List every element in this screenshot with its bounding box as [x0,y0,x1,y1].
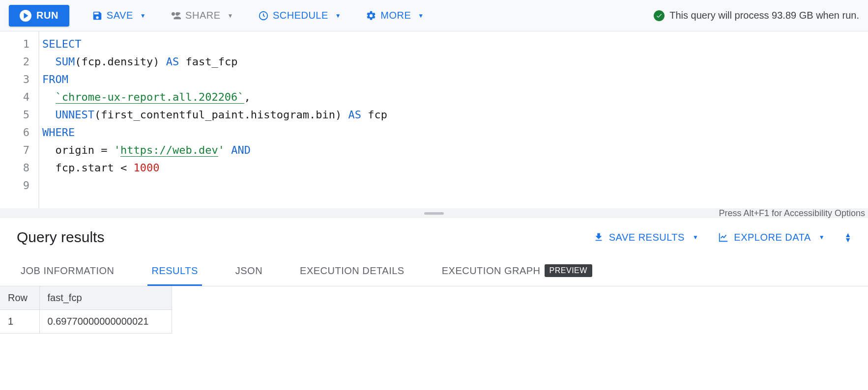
line-gutter: 1 2 3 4 5 6 7 8 9 [0,31,38,208]
clock-icon [258,10,269,21]
share-icon [171,10,181,21]
save-icon [92,10,103,21]
chevron-down-icon: ▼ [693,234,698,241]
results-header: Query results SAVE RESULTS ▼ EXPLORE DAT… [0,218,868,256]
a11y-hint: Press Alt+F1 for Accessibility Options [719,208,865,219]
schedule-button[interactable]: SCHEDULE ▼ [256,7,343,24]
save-results-label: SAVE RESULTS [609,232,685,243]
chevron-down-icon: ▼ [418,12,424,19]
table-row[interactable]: 1 0.69770000000000021 [0,310,172,334]
results-title: Query results [17,229,574,246]
results-tabs: JOB INFORMATION RESULTS JSON EXECUTION D… [0,256,868,286]
code-content[interactable]: SELECT SUM(fcp.density) AS fast_fcp FROM… [38,31,868,208]
gear-icon [366,10,376,21]
more-label: MORE [380,10,411,21]
run-label: RUN [36,10,58,21]
tab-execution-details[interactable]: EXECUTION DETAILS [296,257,408,286]
tab-results[interactable]: RESULTS [147,257,202,286]
explore-data-label: EXPLORE DATA [734,232,810,243]
header-fast-fcp: fast_fcp [39,286,172,310]
save-button[interactable]: SAVE ▼ [90,7,148,24]
results-table: Row fast_fcp 1 0.69770000000000021 [0,286,172,334]
resize-divider[interactable]: Press Alt+F1 for Accessibility Options [0,208,868,218]
table-header-row: Row fast_fcp [0,286,172,310]
save-label: SAVE [107,10,133,21]
expand-collapse-button[interactable]: ▲ ▼ [844,233,851,242]
more-button[interactable]: MORE ▼ [364,7,426,24]
check-icon [654,10,665,21]
chevron-down-icon: ▼ [819,234,825,241]
status-text: This query will process 93.89 GB when ru… [669,10,859,21]
play-icon [20,10,31,22]
schedule-label: SCHEDULE [273,10,328,21]
cell-rownum: 1 [0,310,39,334]
chart-icon [718,232,729,243]
tab-execution-graph[interactable]: EXECUTION GRAPH PREVIEW [438,256,596,286]
download-icon [593,232,604,243]
explore-data-button[interactable]: EXPLORE DATA ▼ [718,232,825,243]
share-button[interactable]: SHARE ▼ [169,7,235,24]
chevron-down-icon: ▼ [228,12,233,19]
sql-editor[interactable]: 1 2 3 4 5 6 7 8 9 SELECT SUM(fcp.density… [0,31,868,208]
tab-job-information[interactable]: JOB INFORMATION [17,257,118,286]
status-message: This query will process 93.89 GB when ru… [654,10,859,21]
preview-badge: PREVIEW [545,264,592,277]
chevron-down-icon: ▼ [844,238,851,242]
toolbar: RUN SAVE ▼ SHARE ▼ SCHEDULE ▼ MORE ▼ Thi… [0,0,868,31]
tab-json[interactable]: JSON [231,257,266,286]
chevron-down-icon: ▼ [140,12,146,19]
save-results-button[interactable]: SAVE RESULTS ▼ [593,232,699,243]
header-row: Row [0,286,39,310]
cell-fast-fcp: 0.69770000000000021 [39,310,172,334]
run-button[interactable]: RUN [9,5,69,27]
drag-handle-icon [424,212,444,215]
chevron-down-icon: ▼ [335,12,341,19]
share-label: SHARE [185,10,220,21]
